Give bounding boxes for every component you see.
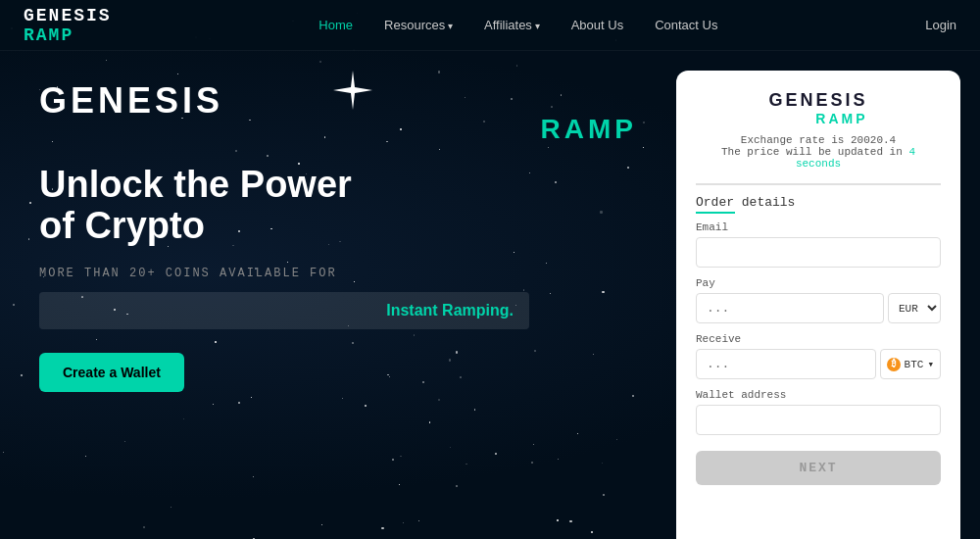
- next-button[interactable]: NEXT: [696, 451, 941, 485]
- hero-headline: Unlock the Power of Crypto: [39, 165, 637, 247]
- nav-link-affiliates[interactable]: Affiliates: [484, 18, 540, 32]
- email-input[interactable]: [696, 237, 941, 268]
- nav-link-resources[interactable]: Resources: [384, 18, 453, 32]
- nav-logo[interactable]: GENESIS RAMP: [24, 6, 112, 45]
- ticker-text: Instant Ramping.: [55, 302, 514, 319]
- chevron-down-icon: ▾: [927, 358, 934, 370]
- wallet-group: Wallet address: [696, 389, 941, 435]
- pay-group: Pay EUR USD GBP: [696, 277, 941, 323]
- receive-group: Receive ₿ BTC ▾: [696, 333, 941, 379]
- panel-divider: [696, 183, 941, 185]
- star-burst-icon: [333, 71, 372, 110]
- panel-logo: GENESIS RAMP: [768, 90, 867, 126]
- nav-item-about[interactable]: About Us: [571, 17, 623, 34]
- email-label: Email: [696, 221, 941, 233]
- hero-subtext: MORE THAN 20+ COINS AVAILABLE FOR: [39, 267, 637, 280]
- receive-amount-input[interactable]: [696, 349, 876, 379]
- hero-section: GENESIS RAMP Unlock the Power of Crypto …: [0, 51, 676, 539]
- panel-logo-text: GENESIS RAMP: [768, 90, 867, 126]
- receive-crypto-select[interactable]: ₿ BTC ▾: [880, 349, 941, 379]
- ticker-bar: Instant Ramping.: [39, 292, 529, 329]
- nav-link-home[interactable]: Home: [318, 18, 353, 32]
- pay-input-group: EUR USD GBP: [696, 293, 941, 323]
- wallet-address-input[interactable]: [696, 405, 941, 435]
- navbar: GENESIS RAMP Home Resources Affiliates A…: [0, 0, 980, 51]
- login-button[interactable]: Login: [925, 18, 956, 32]
- nav-item-home[interactable]: Home: [318, 17, 353, 34]
- nav-item-affiliates[interactable]: Affiliates: [484, 17, 540, 34]
- nav-logo-text: GENESIS RAMP: [24, 6, 112, 45]
- nav-link-contact[interactable]: Contact Us: [655, 18, 717, 32]
- receive-input-group: ₿ BTC ▾: [696, 349, 941, 379]
- email-group: Email: [696, 221, 941, 268]
- nav-item-contact[interactable]: Contact Us: [655, 17, 717, 34]
- nav-item-resources[interactable]: Resources: [384, 17, 453, 34]
- receive-label: Receive: [696, 333, 941, 345]
- order-panel: GENESIS RAMP Exchange rate is 20020.4 Th…: [676, 71, 960, 539]
- wallet-label: Wallet address: [696, 389, 941, 401]
- pay-label: Pay: [696, 277, 941, 289]
- create-wallet-button[interactable]: Create a Wallet: [39, 353, 184, 392]
- exchange-rate: Exchange rate is 20020.4 The price will …: [696, 134, 941, 170]
- order-details-title: Order details: [696, 195, 941, 214]
- pay-amount-input[interactable]: [696, 293, 884, 323]
- btc-icon: ₿: [887, 358, 901, 371]
- nav-links: Home Resources Affiliates About Us Conta…: [318, 17, 717, 34]
- pay-currency-select[interactable]: EUR USD GBP: [888, 293, 941, 323]
- nav-link-about[interactable]: About Us: [571, 18, 623, 32]
- main-content: GENESIS RAMP Unlock the Power of Crypto …: [0, 51, 980, 539]
